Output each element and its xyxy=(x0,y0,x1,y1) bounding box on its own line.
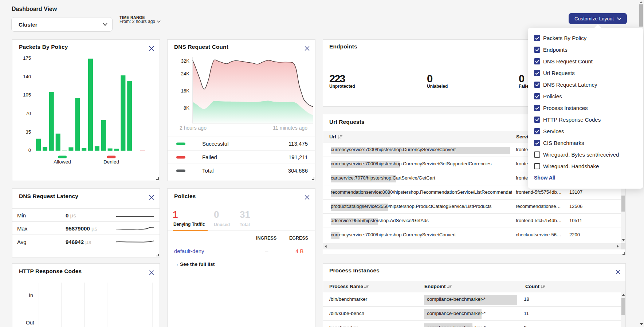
svg-text:175: 175 xyxy=(23,55,31,61)
svg-text:2 hours ago: 2 hours ago xyxy=(180,125,207,131)
svg-text:Denied: Denied xyxy=(103,159,119,165)
svg-text:Failed: Failed xyxy=(202,154,217,160)
svg-text:16K: 16K xyxy=(181,88,189,94)
svg-text:191,211: 191,211 xyxy=(288,154,308,160)
svg-text:0: 0 xyxy=(28,147,31,153)
svg-text:70: 70 xyxy=(26,111,31,116)
svg-text:304,686: 304,686 xyxy=(288,168,308,174)
svg-text:24K: 24K xyxy=(181,71,189,76)
svg-text:105: 105 xyxy=(23,92,31,98)
svg-text:Successful: Successful xyxy=(202,141,229,147)
svg-text:Allowed: Allowed xyxy=(54,159,71,165)
svg-text:32K: 32K xyxy=(181,58,189,64)
svg-text:35: 35 xyxy=(26,129,31,135)
svg-text:8K: 8K xyxy=(184,105,189,111)
svg-text:Total: Total xyxy=(202,168,214,174)
svg-text:140: 140 xyxy=(23,74,31,79)
svg-text:In: In xyxy=(29,292,33,298)
svg-text:11 minutes ago: 11 minutes ago xyxy=(273,125,307,131)
svg-text:113,475: 113,475 xyxy=(288,141,308,147)
svg-text:Out: Out xyxy=(26,320,34,326)
